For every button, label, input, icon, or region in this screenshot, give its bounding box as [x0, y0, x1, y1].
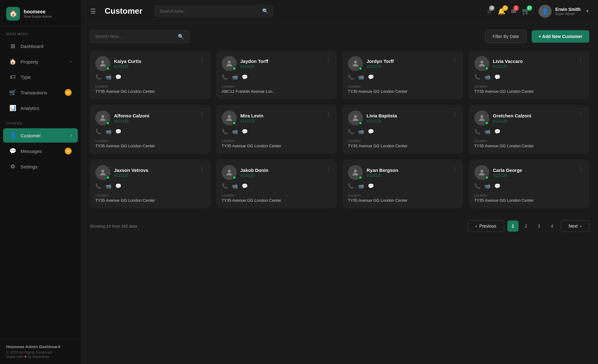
customer-avatar: [348, 56, 363, 71]
more-options-icon[interactable]: ⋮: [199, 111, 205, 117]
content-search-input[interactable]: [95, 34, 175, 39]
customer-card: Jaxson Vetrovs #123125 ⋮ 📞 📹 💬 Location …: [90, 159, 211, 208]
customer-id: #123125: [367, 119, 448, 123]
phone-button[interactable]: 📞: [474, 129, 481, 135]
more-options-icon[interactable]: ⋮: [578, 111, 584, 117]
phone-button[interactable]: 📞: [95, 74, 102, 80]
sidebar-item-analytics[interactable]: 📊 Analytics: [3, 101, 78, 115]
more-options-icon[interactable]: ⋮: [325, 56, 331, 63]
customer-name: Carla George: [493, 168, 575, 173]
video-button[interactable]: 📹: [105, 183, 112, 189]
sidebar-logo: 🏠 hoomeee Real Estate Admin: [0, 0, 81, 26]
customer-id: #123125: [493, 173, 575, 178]
next-button[interactable]: Next ›: [561, 220, 589, 232]
video-button[interactable]: 📹: [484, 74, 491, 80]
menu-icon[interactable]: ☰: [90, 7, 96, 15]
page-number-3[interactable]: 3: [534, 220, 545, 232]
svg-point-2: [354, 61, 357, 64]
chat-button[interactable]: 💬: [115, 74, 121, 80]
phone-button[interactable]: 📞: [348, 183, 354, 189]
customer-id: #123125: [240, 119, 322, 123]
more-options-icon[interactable]: ⋮: [578, 165, 584, 172]
sidebar-item-settings[interactable]: ⚙ Settings: [3, 159, 78, 174]
customer-location: TY35 Avenue GG London Center: [348, 89, 458, 94]
more-options-icon[interactable]: ⋮: [325, 111, 331, 117]
video-button[interactable]: 📹: [232, 74, 238, 80]
video-button[interactable]: 📹: [484, 183, 491, 189]
chat-button[interactable]: 💬: [368, 74, 374, 80]
sidebar-item-transactions[interactable]: 🛒 Transactions 27: [3, 85, 78, 100]
bell-icon-wrap[interactable]: 🔔 12: [498, 7, 505, 15]
phone-button[interactable]: 📞: [348, 129, 354, 135]
more-options-icon[interactable]: ⋮: [578, 56, 584, 63]
customer-id: #123125: [367, 64, 448, 69]
video-button[interactable]: 📹: [232, 129, 238, 135]
topbar-search[interactable]: 🔍: [155, 5, 273, 17]
card-header: Ryan Bergson #123125 ⋮: [348, 165, 458, 180]
video-button[interactable]: 📹: [232, 183, 238, 189]
app-subtitle: Real Estate Admin: [24, 15, 52, 18]
phone-button[interactable]: 📞: [348, 74, 354, 80]
video-button[interactable]: 📹: [358, 129, 364, 135]
video-button[interactable]: 📹: [105, 129, 112, 135]
cart-badge: 67: [527, 5, 532, 11]
add-new-customer-button[interactable]: + Add New Customer: [532, 30, 589, 43]
sidebar-item-dashboard[interactable]: ⊞ Dashboard: [3, 39, 78, 53]
star-icon-wrap[interactable]: ☆ 38: [486, 7, 492, 15]
chat-button[interactable]: 💬: [242, 183, 248, 189]
chat-button[interactable]: 💬: [494, 74, 501, 80]
chat-button[interactable]: 💬: [115, 129, 121, 135]
chat-button[interactable]: 💬: [242, 74, 248, 80]
phone-button[interactable]: 📞: [474, 74, 481, 80]
more-options-icon[interactable]: ⋮: [325, 165, 331, 172]
more-options-icon[interactable]: ⋮: [199, 165, 205, 172]
video-button[interactable]: 📹: [358, 183, 364, 189]
sidebar-item-messages[interactable]: 💬 Messages 12: [3, 144, 78, 158]
card-header: Jaxson Vetrovs #123125 ⋮: [95, 165, 205, 180]
customer-location: TY35 Avenue GG London Center: [222, 198, 331, 203]
chat-button[interactable]: 💬: [368, 129, 374, 135]
avatar: 👤: [539, 5, 552, 18]
location-label: Location: [95, 139, 205, 143]
page-numbers: 1234: [507, 220, 558, 232]
chat-button[interactable]: 💬: [368, 183, 374, 189]
chat-button[interactable]: 💬: [242, 129, 248, 135]
more-options-icon[interactable]: ⋮: [452, 165, 458, 172]
video-button[interactable]: 📹: [484, 129, 491, 135]
video-button[interactable]: 📹: [105, 74, 112, 80]
more-options-icon[interactable]: ⋮: [452, 111, 458, 117]
chat-button[interactable]: 💬: [494, 183, 501, 189]
previous-button[interactable]: ‹ Previous: [467, 220, 504, 232]
phone-button[interactable]: 📞: [222, 183, 228, 189]
sidebar-item-type[interactable]: 🏷 Type: [3, 70, 78, 84]
phone-button[interactable]: 📞: [474, 183, 481, 189]
card-header: Mira Levin #123125 ⋮: [222, 111, 331, 125]
customer-location: TY35 Avenue GG London Center: [222, 144, 331, 148]
customer-avatar: [348, 165, 363, 180]
filter-by-date-button[interactable]: Filter By Date: [485, 30, 527, 43]
main-menu-label: Main Menu: [0, 26, 81, 38]
sidebar-item-label: Analytics: [21, 106, 39, 111]
customer-card: Mira Levin #123125 ⋮ 📞 📹 💬 Location TY35…: [216, 105, 337, 154]
more-options-icon[interactable]: ⋮: [452, 56, 458, 63]
user-menu[interactable]: 👤 Erwin Smith Super Admin ▾: [539, 5, 589, 18]
sidebar-item-customer[interactable]: 👤 Customer ›: [3, 128, 78, 143]
phone-button[interactable]: 📞: [95, 183, 102, 189]
phone-button[interactable]: 📞: [222, 74, 228, 80]
page-number-1[interactable]: 1: [507, 220, 519, 232]
video-button[interactable]: 📹: [358, 74, 364, 80]
cart-icon-wrap[interactable]: 🛒 67: [522, 7, 530, 15]
card-header: Carla George #123125 ⋮: [474, 165, 584, 180]
chat-button[interactable]: 💬: [494, 129, 501, 135]
sidebar-item-property[interactable]: 🏠 Property ›: [3, 54, 78, 69]
more-options-icon[interactable]: ⋮: [199, 56, 205, 63]
mail-icon-wrap[interactable]: ✉ 1: [511, 7, 516, 15]
customer-card: Jakob Donin #123125 ⋮ 📞 📹 💬 Location TY3…: [216, 159, 337, 208]
content-search[interactable]: 🔍: [90, 30, 189, 43]
chat-button[interactable]: 💬: [115, 183, 121, 189]
topbar-search-input[interactable]: [159, 9, 259, 14]
phone-button[interactable]: 📞: [95, 129, 102, 135]
page-number-2[interactable]: 2: [520, 220, 532, 232]
page-number-4[interactable]: 4: [547, 220, 558, 232]
phone-button[interactable]: 📞: [222, 129, 228, 135]
